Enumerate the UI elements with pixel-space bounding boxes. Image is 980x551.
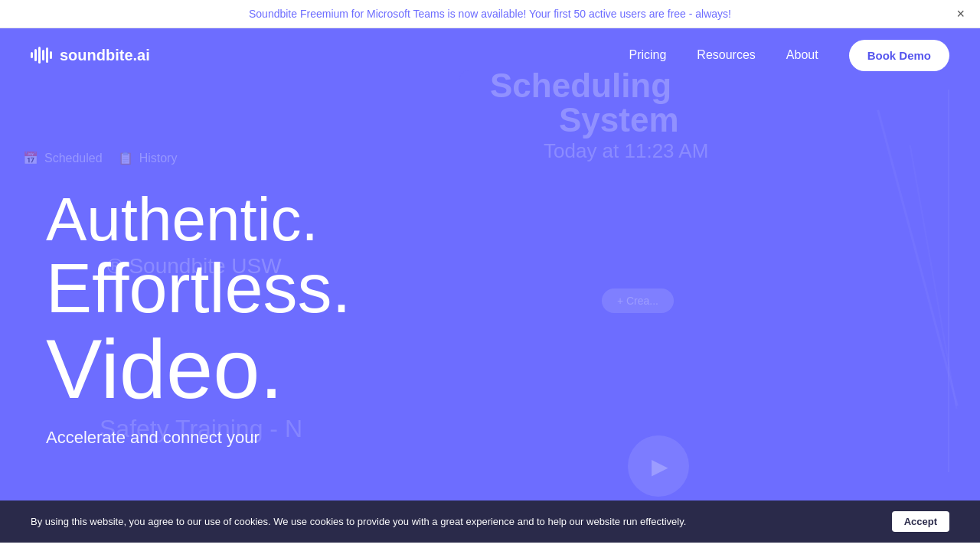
- logo-bar6: [50, 51, 52, 59]
- hero-subtext: Accelerate and connect your: [46, 426, 351, 450]
- hero-content: Authentic. Effortless. Video. Accelerate…: [46, 189, 351, 450]
- logo-text: soundbite.ai: [60, 47, 150, 64]
- logo-bar4: [42, 50, 44, 60]
- logo-bar3: [38, 47, 41, 64]
- book-demo-button[interactable]: Book Demo: [849, 40, 949, 71]
- announcement-bar: Soundbite Freemium for Microsoft Teams i…: [0, 0, 980, 28]
- nav-links: Pricing Resources About Book Demo: [629, 40, 949, 71]
- hero-line-video: Video.: [46, 327, 351, 411]
- accept-cookies-button[interactable]: Accept: [892, 511, 949, 532]
- navbar: soundbite.ai Pricing Resources About Boo…: [0, 28, 980, 82]
- close-announcement-button[interactable]: ×: [956, 6, 965, 22]
- hero-section: Scheduling System Today at 11:23 AM 📅 Sc…: [0, 28, 980, 543]
- logo[interactable]: soundbite.ai: [31, 47, 150, 64]
- logo-bar2: [34, 49, 37, 61]
- hero-line-effortless: Effortless.: [46, 254, 351, 323]
- nav-resources[interactable]: Resources: [697, 48, 755, 62]
- hero-line-authentic: Authentic.: [46, 189, 351, 250]
- logo-bar5: [46, 47, 48, 63]
- announcement-text: Soundbite Freemium for Microsoft Teams i…: [249, 8, 731, 20]
- hero-headline: Authentic. Effortless. Video.: [46, 189, 351, 411]
- nav-pricing[interactable]: Pricing: [629, 48, 666, 62]
- nav-about[interactable]: About: [786, 48, 818, 62]
- cookie-text: By using this website, you agree to our …: [31, 516, 686, 527]
- cookie-bar: By using this website, you agree to our …: [0, 500, 980, 543]
- logo-icon: [31, 47, 52, 64]
- logo-bar1: [31, 52, 33, 58]
